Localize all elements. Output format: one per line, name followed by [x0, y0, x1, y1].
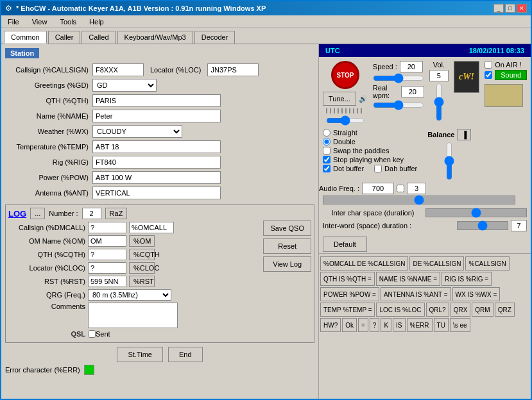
om-macro-button[interactable]: %OM [129, 235, 155, 247]
dah-buffer-checkbox[interactable] [374, 165, 382, 172]
cqth-macro-button[interactable]: %CQTH [129, 249, 155, 260]
macro-wx[interactable]: WX IS %WX = [452, 287, 501, 301]
cqth-input[interactable] [88, 249, 126, 260]
tab-keyboard[interactable]: Keyboard/Wav/Mp3 [117, 31, 193, 44]
macro-power[interactable]: POWER %POW = [320, 287, 379, 301]
realwpm-input[interactable] [401, 86, 424, 97]
menu-file[interactable]: File [4, 17, 23, 27]
macro-see[interactable]: \s ee [450, 318, 470, 332]
macro-antenna[interactable]: ANTENNA IS %ANT = [381, 287, 451, 301]
macro-k[interactable]: K [381, 318, 391, 332]
interword-input[interactable] [511, 220, 527, 231]
macro-de-callsign[interactable]: DE %CALLSIGN [409, 256, 464, 271]
swap-checkbox[interactable] [323, 147, 330, 154]
default-button[interactable]: Default [323, 237, 367, 252]
tab-common[interactable]: Common [4, 31, 47, 44]
straight-radio[interactable] [323, 129, 330, 137]
macro-qrl[interactable]: QRL? [426, 303, 449, 317]
macro-equals[interactable]: = [358, 318, 368, 332]
macro-question[interactable]: ? [370, 318, 380, 332]
antenna-input[interactable] [92, 187, 221, 199]
omcall-input[interactable] [129, 222, 174, 233]
double-radio[interactable] [323, 138, 330, 146]
qth-input[interactable] [92, 94, 221, 107]
name-input[interactable] [92, 110, 221, 122]
dot-buffer-label: Dot buffer [333, 165, 364, 172]
sound-label: Sound [495, 70, 527, 80]
macro-qrm[interactable]: QRM [472, 303, 493, 317]
macro-hw[interactable]: HW? [320, 318, 341, 332]
greetings-select[interactable]: GD [92, 79, 157, 92]
audio-freq-input[interactable] [362, 183, 394, 194]
menu-help[interactable]: Help [85, 17, 108, 27]
weather-select[interactable]: CLOUDY [92, 125, 182, 138]
close-button[interactable]: ✕ [517, 4, 527, 13]
menu-view[interactable]: View [28, 17, 51, 27]
macro-name-is[interactable]: NAME IS %NAME = [376, 272, 440, 286]
sttime-button[interactable]: St.Time [117, 347, 163, 362]
realwpm-slider[interactable] [373, 101, 424, 110]
dot-buffer-checkbox[interactable] [323, 165, 330, 172]
comments-textarea[interactable] [88, 303, 178, 328]
log-dots-button[interactable]: ... [30, 208, 45, 219]
audio-num-input[interactable] [407, 183, 426, 194]
speed-slider[interactable] [373, 74, 424, 83]
reset-button[interactable]: Reset [263, 238, 311, 254]
rig-input[interactable] [92, 156, 221, 169]
locator-input[interactable] [207, 63, 259, 76]
interword-slider[interactable] [457, 221, 508, 230]
macro-qth-is[interactable]: QTH IS %QTH = [320, 272, 375, 286]
rst-input[interactable] [88, 276, 126, 287]
tab-caller[interactable]: Caller [48, 31, 81, 44]
maximize-button[interactable]: □ [505, 4, 515, 13]
power-input[interactable] [92, 171, 221, 184]
log-label[interactable]: LOG [8, 209, 26, 219]
tune-button[interactable]: Tune... [323, 92, 356, 106]
audio-freq-checkbox[interactable] [397, 185, 404, 192]
end-button[interactable]: End [168, 347, 203, 362]
qsl-sent-label: Sent [96, 330, 110, 338]
save-qso-button[interactable]: Save QSO [263, 221, 311, 236]
stopplay-checkbox[interactable] [323, 156, 330, 163]
macro-rig-is[interactable]: RIG IS %RIG = [442, 272, 492, 286]
log-header: LOG ... Number : RaZ [8, 208, 257, 219]
interchar-slider[interactable] [425, 208, 527, 217]
callsign-input[interactable] [92, 63, 144, 76]
temp-input[interactable] [92, 140, 221, 153]
tab-decoder[interactable]: Decoder [194, 31, 236, 44]
macro-qrx[interactable]: QRX [450, 303, 471, 317]
qsl-sent-checkbox[interactable] [88, 330, 96, 338]
sound-checkbox[interactable] [485, 71, 492, 79]
cloc-input[interactable] [88, 262, 126, 274]
stop-button[interactable]: STOP [331, 61, 359, 89]
speed-input[interactable] [400, 61, 423, 72]
omname-input[interactable] [88, 235, 126, 247]
vol-input[interactable] [429, 70, 449, 81]
tab-called[interactable]: Called [82, 31, 116, 44]
onair-checkbox[interactable] [485, 61, 492, 69]
vol-slider[interactable] [434, 83, 443, 121]
macro-err[interactable]: %ERR [407, 318, 433, 332]
macro-temp[interactable]: TEMP %TEMP = [320, 303, 375, 317]
macro-loc[interactable]: LOC IS %LOC [376, 303, 424, 317]
rst-macro-button[interactable]: %RST [129, 276, 155, 287]
balance-slider[interactable] [445, 142, 454, 180]
macro-callsign[interactable]: %CALLSIGN [465, 256, 509, 271]
view-log-button[interactable]: View Log [263, 256, 311, 272]
macro-is[interactable]: IS [393, 318, 405, 332]
macro-omcall-de-callsign[interactable]: %OMCALL DE %CALLSIGN [320, 256, 408, 271]
tune-slider[interactable] [326, 116, 365, 125]
double-label: Double [333, 138, 356, 146]
macro-ok[interactable]: Ok [342, 318, 357, 332]
dmcall-input[interactable] [88, 222, 126, 233]
macro-tu[interactable]: TU [434, 318, 449, 332]
cloc-macro-button[interactable]: %CLOC [129, 262, 155, 274]
macro-qrz[interactable]: QRZ [495, 303, 515, 317]
raz-button[interactable]: RaZ [105, 208, 128, 219]
number-input[interactable] [82, 208, 101, 219]
minimize-button[interactable]: _ [493, 4, 504, 13]
menu-tools[interactable]: Tools [56, 17, 80, 27]
audio-slider[interactable] [323, 196, 515, 204]
balance-button[interactable]: ▐ [457, 129, 471, 140]
qrg-select[interactable]: 80 m (3.5Mhz) [88, 289, 171, 301]
